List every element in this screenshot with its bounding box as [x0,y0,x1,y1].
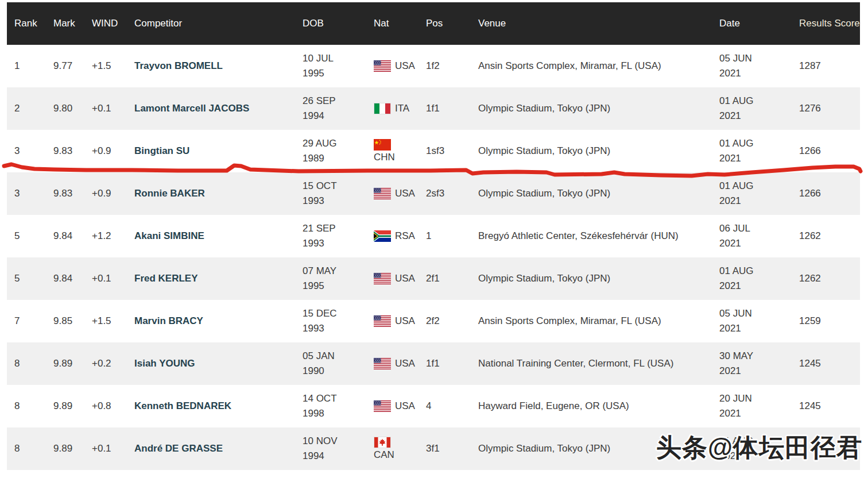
competitor-link[interactable]: Bingtian SU [134,145,189,157]
date-value: 05 JUN 2021 [719,51,762,82]
date-cell: 01 AUG 2021 [719,257,792,300]
header-results-score[interactable]: Results Score [792,2,860,45]
rank-cell: 7 [7,300,53,342]
nat-code: USA [395,60,415,72]
date-cell: 05 JUN 2021 [719,45,792,87]
mark-cell: 9.84 [53,215,92,257]
country-flag-icon [374,188,391,199]
rank-cell: 8 [7,342,53,385]
competitor-link[interactable]: Isiah YOUNG [134,358,195,369]
pos-cell: 2sf3 [426,172,478,215]
mark-cell: 9.89 [53,342,92,385]
nat-cell: ITA [374,87,426,130]
competitor-link[interactable]: Akani SIMBINE [134,230,204,242]
competitor-cell: Kenneth BEDNAREK [134,385,303,427]
country-flag-icon [374,400,391,412]
wind-cell: +1.5 [92,300,134,342]
mark-cell: 9.83 [53,130,92,172]
country-flag-icon [374,230,391,242]
score-cell: 1259 [792,300,860,342]
venue-cell: Hayward Field, Eugene, OR (USA) [478,385,719,427]
competitor-link[interactable]: Ronnie BAKER [134,188,205,199]
date-cell: 20 JUN 2021 [719,385,792,427]
score-cell: 1245 [792,342,860,385]
venue-value: Olympic Stadium, Tokyo (JPN) [478,103,610,114]
wind-cell: +0.1 [92,257,134,300]
rank-cell: 3 [7,130,53,172]
dob-value: 15 OCT 1993 [303,179,345,209]
country-flag-icon [374,60,391,72]
results-table: Rank Mark WIND Competitor DOB Nat Pos Ve… [7,2,860,470]
header-wind[interactable]: WIND [92,2,134,45]
nat-code: USA [395,273,415,284]
nat-cell-inner: USA [374,358,415,369]
table-row: 8 9.89 +0.2 Isiah YOUNG 05 JAN 1990 USA [7,342,860,385]
wind-cell: +1.2 [92,215,134,257]
table-row: 7 9.85 +1.5 Marvin BRACY 15 DEC 1993 USA [7,300,860,342]
header-venue[interactable]: Venue [478,2,719,45]
rank-cell: 1 [7,45,53,87]
pos-cell: 4 [426,385,478,427]
nat-cell-inner: CAN [374,437,394,461]
header-rank[interactable]: Rank [7,2,53,45]
venue-value: Olympic Stadium, Tokyo (JPN) [478,443,610,454]
rank-cell: 5 [7,257,53,300]
competitor-link[interactable]: Lamont Marcell JACOBS [134,103,249,114]
table-row: 8 9.89 +0.8 Kenneth BEDNAREK 14 OCT 1998… [7,385,860,427]
country-flag-icon [374,103,391,114]
table-body: 1 9.77 +1.5 Trayvon BROMELL 10 JUL 1995 … [7,45,860,470]
nat-cell-inner: USA [374,60,415,72]
mark-cell: 9.89 [53,385,92,427]
date-cell: 01 AUG 2021 [719,130,792,172]
venue-cell: National Training Center, Clermont, FL (… [478,342,719,385]
nat-cell: CHN [374,130,426,172]
nat-code: USA [395,400,415,412]
pos-cell: 1f1 [426,342,478,385]
table-row: 3 9.83 +0.9 Bingtian SU 29 AUG 1989 CHN … [7,130,860,172]
competitor-link[interactable]: Trayvon BROMELL [134,60,223,72]
dob-cell: 10 JUL 1995 [303,45,374,87]
competitor-link[interactable]: Kenneth BEDNAREK [134,400,231,412]
nat-code: USA [395,358,415,369]
table-row: 2 9.80 +0.1 Lamont Marcell JACOBS 26 SEP… [7,87,860,130]
competitor-link[interactable]: André DE GRASSE [134,443,223,454]
wind-cell: +0.1 [92,87,134,130]
nat-cell: CAN [374,427,426,470]
header-mark[interactable]: Mark [53,2,92,45]
dob-cell: 26 SEP 1994 [303,87,374,130]
venue-cell: Olympic Stadium, Tokyo (JPN) [478,172,719,215]
venue-cell: Ansin Sports Complex, Miramar, FL (USA) [478,45,719,87]
country-flag-icon [374,273,391,284]
venue-value: Olympic Stadium, Tokyo (JPN) [478,273,610,284]
score-cell: 1262 [792,257,860,300]
nat-cell-inner: CHN [374,139,395,163]
nat-cell-inner: USA [374,400,415,412]
dob-value: 14 OCT 1998 [303,391,345,422]
venue-cell: Olympic Stadium, Tokyo (JPN) [478,257,719,300]
nat-code: USA [395,188,415,199]
nat-code: RSA [395,230,415,242]
venue-value: National Training Center, Clermont, FL (… [478,358,673,369]
date-value: 01 AUG 2021 [719,264,762,294]
date-cell: 30 MAY 2021 [719,342,792,385]
mark-cell: 9.83 [53,172,92,215]
date-value: 06 JUL 2021 [719,221,762,252]
wind-cell: +0.9 [92,172,134,215]
competitor-link[interactable]: Marvin BRACY [134,315,203,327]
nat-cell: USA [374,385,426,427]
header-nat[interactable]: Nat [374,2,426,45]
venue-cell: Olympic Stadium, Tokyo (JPN) [478,87,719,130]
dob-value: 26 SEP 1994 [303,94,345,124]
competitor-link[interactable]: Fred KERLEY [134,273,198,284]
table-row: 1 9.77 +1.5 Trayvon BROMELL 10 JUL 1995 … [7,45,860,87]
mark-cell: 9.84 [53,257,92,300]
pos-cell: 1sf3 [426,130,478,172]
venue-value: Olympic Stadium, Tokyo (JPN) [478,145,610,157]
header-competitor[interactable]: Competitor [134,2,303,45]
header-dob[interactable]: DOB [303,2,374,45]
competitor-cell: André DE GRASSE [134,427,303,470]
mark-cell: 9.80 [53,87,92,130]
date-cell: 01 AUG 2021 [719,87,792,130]
header-pos[interactable]: Pos [426,2,478,45]
header-date[interactable]: Date [719,2,792,45]
